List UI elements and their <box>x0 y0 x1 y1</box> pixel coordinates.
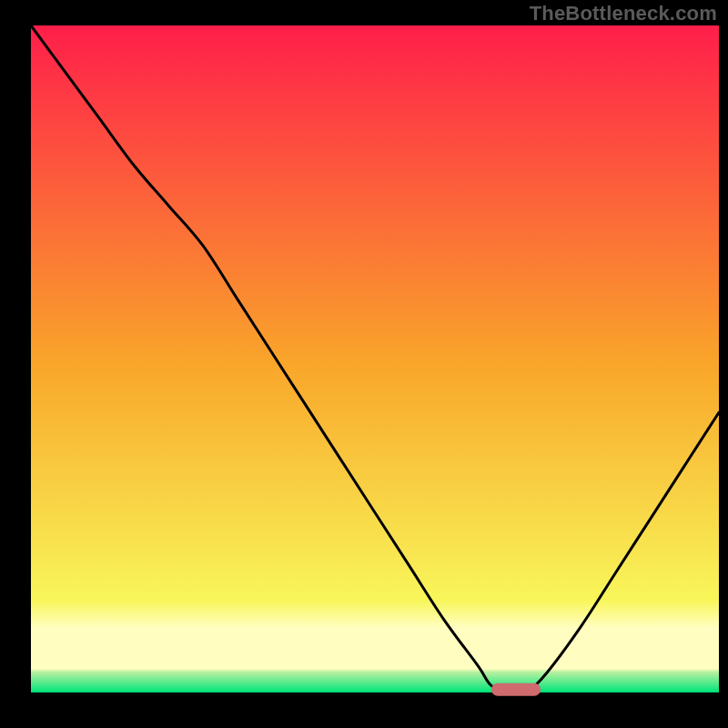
plot-background <box>31 25 719 710</box>
bottleneck-chart <box>0 0 728 728</box>
optimum-marker <box>492 683 541 695</box>
chart-frame: { "watermark": "TheBottleneck.com", "col… <box>0 0 728 728</box>
